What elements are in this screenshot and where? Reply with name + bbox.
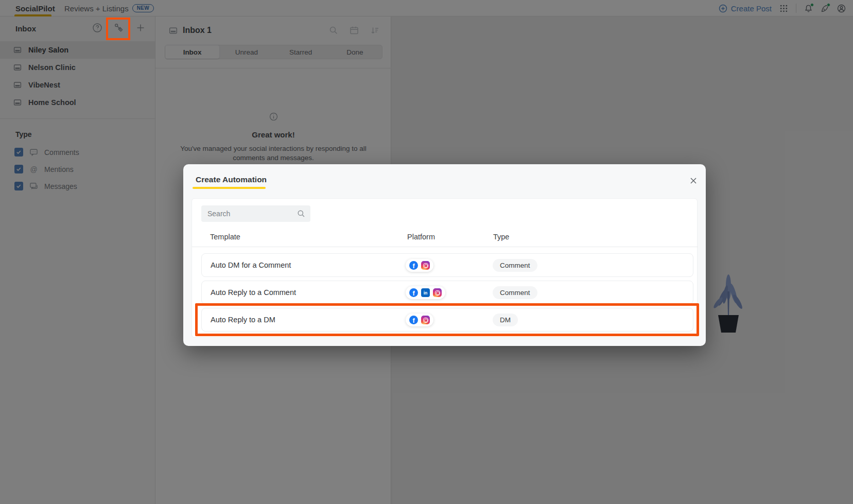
instagram-icon [421, 316, 430, 324]
platform-icons: f in [406, 286, 445, 299]
column-platform: Platform [407, 233, 435, 241]
close-icon[interactable] [689, 177, 698, 185]
facebook-icon: f [409, 288, 418, 297]
template-row-auto-reply-to-a-comment[interactable]: Auto Reply to a Comment f in Comment [201, 281, 693, 304]
type-badge: Comment [493, 286, 537, 299]
instagram-icon [433, 288, 442, 297]
column-type: Type [493, 233, 509, 241]
platform-icons: f [406, 259, 433, 272]
search-input[interactable] [201, 205, 310, 222]
create-automation-modal: Create Automation Template Platform Type [183, 164, 706, 346]
facebook-icon: f [409, 316, 418, 324]
template-name: Auto Reply to a Comment [211, 288, 296, 297]
column-template: Template [210, 233, 240, 241]
template-list-card: Template Platform Type Auto DM for a Com… [192, 198, 698, 338]
template-name: Auto DM for a Comment [211, 261, 291, 269]
table-header-row: Template Platform Type [192, 230, 698, 247]
platform-icons: f [406, 314, 433, 326]
template-row-auto-reply-to-a-dm[interactable]: Auto Reply to a DM f DM [201, 308, 693, 332]
template-rows: Auto DM for a Comment f Comment Auto Rep… [201, 253, 693, 335]
modal-title: Create Automation [196, 175, 267, 184]
template-row-auto-dm-for-a-comment[interactable]: Auto DM for a Comment f Comment [201, 253, 693, 277]
facebook-icon: f [409, 261, 418, 270]
linkedin-icon: in [421, 288, 430, 297]
app-root: SocialPilot Reviews + Listings NEW Creat… [0, 0, 853, 504]
search-icon [297, 210, 305, 218]
type-badge: Comment [493, 259, 537, 272]
modal-title-underline [193, 187, 266, 189]
template-name: Auto Reply to a DM [211, 316, 275, 324]
type-badge: DM [493, 314, 518, 326]
instagram-icon [421, 261, 430, 270]
template-search [201, 205, 310, 222]
